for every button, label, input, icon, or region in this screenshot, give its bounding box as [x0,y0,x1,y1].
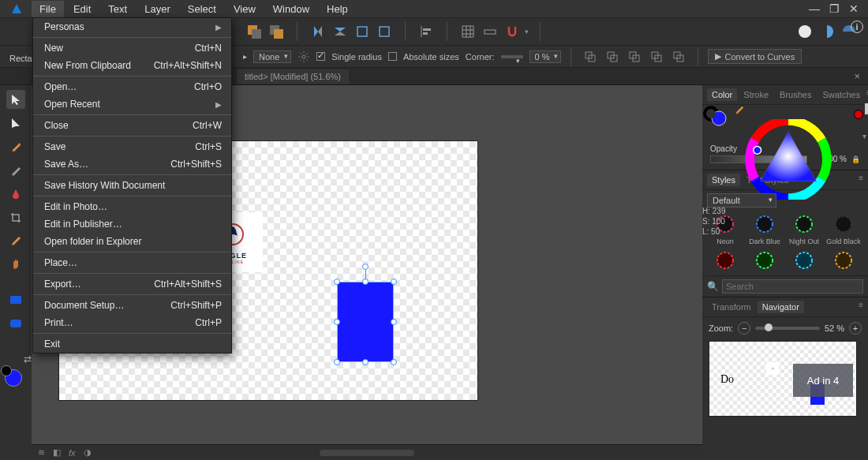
color-mode-dropdown-icon[interactable]: ▾ [862,132,866,140]
tab-brushes[interactable]: Brushes [775,88,816,101]
panel-menu-icon[interactable]: ≡ [859,174,863,186]
resize-handle-mr[interactable] [391,319,397,325]
file-new-clipboard[interactable]: New From ClipboardCtrl+Alt+Shift+N [33,57,231,74]
eyedropper-icon[interactable] [734,105,745,116]
tab-styles[interactable]: Styles [707,174,740,186]
geom-add-icon[interactable] [581,47,600,66]
file-edit-publisher[interactable]: Edit in Publisher… [33,215,231,233]
convert-to-curves-button[interactable]: ▶Convert to Curves [708,49,802,64]
snapshot-icon[interactable]: ◧ [53,447,61,458]
style-dark-blue[interactable]: Dark Blue [746,212,783,245]
toolbar-flip-v-icon[interactable] [331,22,350,41]
eyedropper-tool-icon[interactable] [6,232,25,251]
selected-rectangle-shape[interactable] [337,282,394,362]
toolbar-shape1-icon[interactable] [795,22,814,41]
styles-category-dropdown[interactable]: Default [707,193,776,208]
menu-file[interactable]: File [32,1,64,17]
toolbar-order-front-icon[interactable] [267,22,286,41]
file-close[interactable]: CloseCtrl+W [33,117,231,134]
document-tab[interactable]: titled> [Modified] (51.6%) [237,69,349,84]
zoom-out-button[interactable]: − [738,322,750,335]
style-gold-black[interactable]: Gold Black [825,212,862,245]
resize-handle-bl[interactable] [334,359,340,365]
pen-tool-icon[interactable] [6,137,25,156]
pencil-tool-icon[interactable] [6,161,25,180]
geom-intersect-icon[interactable] [625,47,644,66]
toolbar-ruler-icon[interactable] [481,22,499,41]
corner-type-dropdown[interactable] [501,55,523,58]
geom-divide-icon[interactable] [669,47,688,66]
file-edit-photo[interactable]: Edit in Photo… [33,198,231,215]
style-extra-4[interactable] [825,249,862,272]
menu-window[interactable]: Window [265,1,317,17]
fill-tool-icon[interactable] [6,185,25,204]
toolbar-flip-h-icon[interactable] [309,22,327,41]
tab-swatches[interactable]: Swatches [817,88,865,101]
zoom-value[interactable]: 52 % [825,323,844,333]
style-night-out[interactable]: Night Out [786,212,822,245]
file-document-setup[interactable]: Document Setup…Ctrl+Shift+P [33,297,231,314]
geom-xor-icon[interactable] [647,47,666,66]
geom-sub-icon[interactable] [603,47,622,66]
file-open[interactable]: Open…Ctrl+O [33,78,231,95]
menu-text[interactable]: Text [100,1,135,17]
minimize-icon[interactable]: — [809,2,820,15]
fx-icon[interactable]: fx [69,448,76,458]
menu-view[interactable]: View [226,1,264,17]
file-personas[interactable]: Personas▶ [33,18,231,36]
ellipse-tool-icon[interactable] [6,314,25,333]
file-save[interactable]: SaveCtrl+S [33,138,231,155]
toolbar-rotate-ccw-icon[interactable] [353,22,372,41]
toolbar-order-back-icon[interactable] [245,22,264,41]
resize-handle-mb[interactable] [362,359,369,365]
node-tool-icon[interactable] [6,114,25,133]
tab-transform[interactable]: Transform [707,301,756,313]
resize-handle-tr[interactable] [391,279,397,285]
toolbar-shape2-icon[interactable] [817,22,836,41]
gear-icon[interactable] [297,50,310,63]
file-open-folder[interactable]: Open folder in Explorer [33,233,231,250]
file-save-history[interactable]: Save History With Document [33,177,231,194]
layers-icon[interactable]: ≋ [38,447,45,458]
single-radius-checkbox[interactable] [316,52,325,61]
menu-help[interactable]: Help [319,1,356,17]
zoom-in-button[interactable]: + [849,322,862,335]
styles-search-input[interactable] [722,279,863,294]
fill-dropdown[interactable]: None [253,50,291,63]
corner-value[interactable]: 0 % [529,50,562,63]
navigator-thumbnail[interactable]: Do ✦ Ad in 4 [709,341,857,417]
tab-stroke[interactable]: Stroke [739,88,773,101]
toolbar-grid-icon[interactable] [458,22,477,41]
opacity-lock-icon[interactable]: 🔒 [851,155,860,163]
resize-handle-tl[interactable] [334,279,340,285]
menu-select[interactable]: Select [180,1,224,17]
menu-layer[interactable]: Layer [137,1,178,17]
file-open-recent[interactable]: Open Recent▶ [33,95,231,113]
file-exit[interactable]: Exit [33,335,231,353]
rectangle-tool-icon[interactable] [6,290,25,309]
file-place[interactable]: Place… [33,254,231,271]
fill-stroke-selector[interactable] [702,105,729,129]
color-wheel[interactable] [742,119,835,201]
file-export[interactable]: Export…Ctrl+Alt+Shift+S [33,275,231,293]
resize-handle-br[interactable] [391,359,397,365]
fill-color-swatch[interactable] [5,369,22,387]
info-icon[interactable]: i [851,21,863,33]
tool-color-swatches[interactable]: ⇄ [5,369,22,387]
panel-menu-icon[interactable]: ≡ [859,301,863,313]
toolbar-snap-icon[interactable] [503,22,522,41]
menu-edit[interactable]: Edit [65,1,99,17]
hand-tool-icon[interactable] [6,256,25,275]
visibility-icon[interactable]: ◑ [84,447,92,458]
restore-icon[interactable]: ❐ [829,2,840,15]
toolbar-align-left-icon[interactable] [417,22,436,41]
toolbar-rotate-cw-icon[interactable] [375,22,394,41]
close-icon[interactable]: ✕ [849,2,859,15]
zoom-slider[interactable] [755,327,820,330]
style-extra-3[interactable] [786,249,822,272]
rotate-handle[interactable] [362,264,369,270]
file-save-as[interactable]: Save As…Ctrl+Shift+S [33,155,231,173]
file-print[interactable]: Print…Ctrl+P [33,314,231,331]
horizontal-scrollbar[interactable] [320,450,414,456]
stroke-color-swatch[interactable] [1,365,12,376]
